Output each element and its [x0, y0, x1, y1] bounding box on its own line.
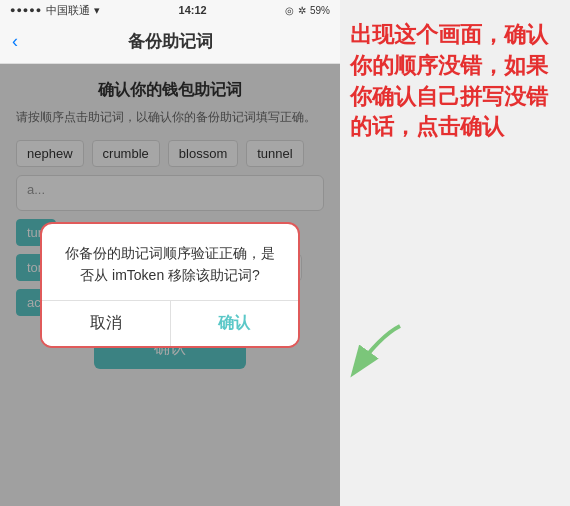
status-right: ◎ ✲ 59% — [285, 5, 330, 16]
dialog-cancel-button[interactable]: 取消 — [42, 301, 171, 346]
arrow-icon — [340, 316, 410, 386]
back-button[interactable]: ‹ — [12, 31, 18, 52]
main-content: 确认你的钱包助记词 请按顺序点击助记词，以确认你的备份助记词填写正确。 neph… — [0, 64, 340, 506]
carrier: 中国联通 — [46, 3, 90, 18]
signal-icon: ◎ — [285, 5, 294, 16]
dialog: 你备份的助记词顺序验证正确，是否从 imToken 移除该助记词? 取消 确认 — [40, 222, 300, 349]
dialog-body: 你备份的助记词顺序验证正确，是否从 imToken 移除该助记词? — [42, 224, 298, 301]
dialog-confirm-button[interactable]: 确认 — [171, 301, 299, 346]
nav-bar: ‹ 备份助记词 — [0, 20, 340, 64]
annotation-panel: 出现这个画面，确认你的顺序没错，如果你确认自己拼写没错的话，点击确认 — [340, 0, 570, 506]
time: 14:12 — [179, 4, 207, 16]
dialog-overlay: 你备份的助记词顺序验证正确，是否从 imToken 移除该助记词? 取消 确认 — [0, 64, 340, 506]
phone-screen: ●●●●● 中国联通 ▾ 14:12 ◎ ✲ 59% ‹ 备份助记词 确认你的钱… — [0, 0, 340, 506]
dialog-message: 你备份的助记词顺序验证正确，是否从 imToken 移除该助记词? — [62, 242, 278, 287]
signal-dots: ●●●●● — [10, 5, 42, 15]
bluetooth-icon: ✲ — [298, 5, 306, 16]
annotation-text: 出现这个画面，确认你的顺序没错，如果你确认自己拼写没错的话，点击确认 — [350, 20, 560, 143]
status-bar: ●●●●● 中国联通 ▾ 14:12 ◎ ✲ 59% — [0, 0, 340, 20]
nav-title: 备份助记词 — [128, 30, 213, 53]
battery: 59% — [310, 5, 330, 16]
dialog-buttons: 取消 确认 — [42, 300, 298, 346]
wifi-icon: ▾ — [94, 4, 100, 17]
status-left: ●●●●● 中国联通 ▾ — [10, 3, 100, 18]
